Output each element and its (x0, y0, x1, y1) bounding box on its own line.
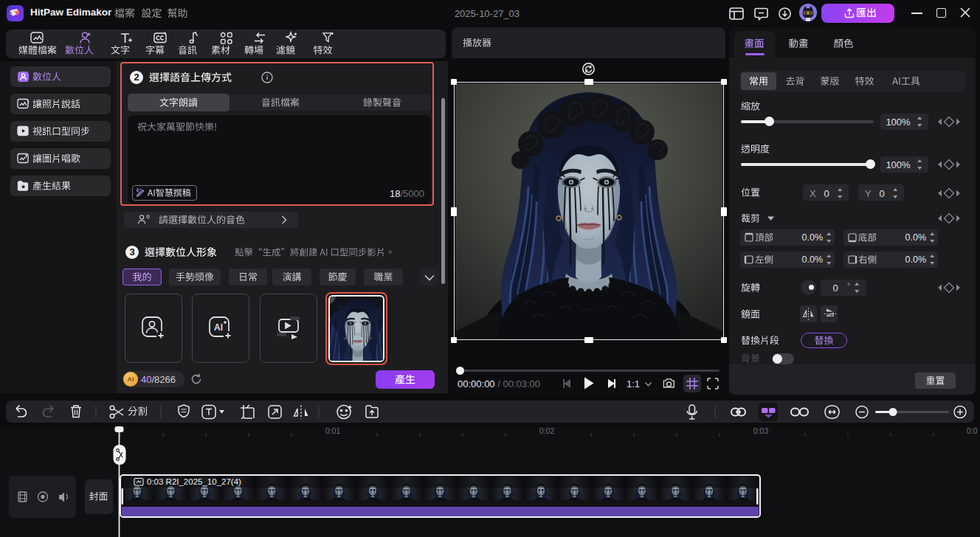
svg-text:AI: AI (214, 322, 223, 333)
